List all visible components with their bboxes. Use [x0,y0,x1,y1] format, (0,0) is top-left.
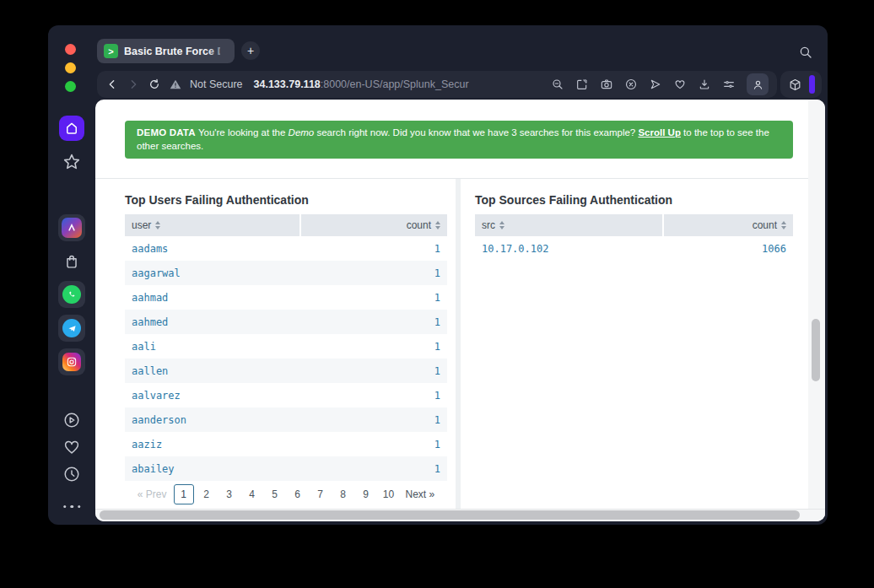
vertical-scrollbar-thumb[interactable] [812,319,820,381]
pagination-page-1[interactable]: 1 [174,484,194,504]
minimize-window-button[interactable] [65,62,76,73]
cell-count[interactable]: 1 [434,439,440,450]
sidebar-item-favorites-heart[interactable] [62,438,81,456]
search-icon [798,45,813,60]
pagination-page-3[interactable]: 3 [219,484,240,504]
column-label: count [407,219,431,231]
zoom-window-button[interactable] [65,81,76,92]
scroll-up-link[interactable]: Scroll Up [638,127,680,138]
sidebar-item-instagram[interactable] [58,348,85,375]
column-header-user[interactable]: user [125,214,299,236]
sidebar-item-store[interactable] [62,252,81,271]
cell-count[interactable]: 1066 [762,243,786,255]
cube-icon [788,78,802,92]
banner-text: search right now. Did you know that we h… [314,127,638,138]
download-button[interactable] [698,78,711,91]
sort-icon [435,221,440,229]
cell-user[interactable]: aadams [132,243,434,255]
close-window-button[interactable] [65,44,76,55]
sidebar-more-button[interactable] [61,496,83,511]
sidebar-item-arc-app[interactable] [58,214,85,241]
banner-italic-text: Demo [289,127,315,138]
pagination-page-2[interactable]: 2 [197,484,217,504]
edit-button[interactable] [575,78,589,91]
profile-button[interactable] [747,73,769,95]
cell-count[interactable]: 1 [434,267,440,279]
splunk-favicon-icon: > [104,44,118,58]
cell-user[interactable]: aanderson [132,414,434,426]
whatsapp-icon [58,281,85,308]
cell-user[interactable]: abailey [132,463,434,475]
pagination-prev[interactable]: « Prev [133,484,171,504]
boost-group[interactable] [780,71,822,98]
table-row: aahmad1 [125,285,447,310]
pagination-next[interactable]: Next » [402,484,440,504]
send-button[interactable] [649,78,662,91]
column-header-count[interactable]: count [664,214,793,236]
table-header: srccount [475,214,793,236]
sidebar-item-home[interactable] [59,116,84,141]
cell-user[interactable]: aali [132,341,434,353]
cell-count[interactable]: 1 [434,463,440,475]
sidebar-item-telegram[interactable] [58,315,85,342]
cell-count[interactable]: 1 [434,341,440,353]
search-button[interactable] [798,45,813,60]
table-body: 10.17.0.1021066 [475,236,793,261]
table-row: aadams1 [125,236,447,261]
cell-user[interactable]: aalvarez [132,390,434,402]
pagination-page-5[interactable]: 5 [265,484,285,504]
camera-button[interactable] [600,78,613,91]
tab-title-fade [208,39,228,63]
cell-count[interactable]: 1 [434,414,440,426]
cell-user[interactable]: aallen [132,365,434,377]
sidebar-item-history[interactable] [62,465,81,483]
heart-icon [62,438,81,456]
sidebar-item-whatsapp[interactable] [58,281,85,308]
tab-title: Basic Brute Force Detec [124,46,220,57]
ellipsis-icon [61,496,83,511]
cell-count[interactable]: 1 [434,390,440,402]
cell-count[interactable]: 1 [434,316,440,328]
cell-user[interactable]: aaziz [132,439,434,450]
pagination-page-10[interactable]: 10 [379,484,399,504]
not-secure-warning-icon [169,78,182,91]
column-header-count[interactable]: count [301,214,447,236]
not-secure-label: Not Secure [190,78,243,90]
find-in-page-button[interactable] [551,78,564,91]
column-header-src[interactable]: src [475,214,662,236]
table-body: aadams1aagarwal1aahmad1aahmed1aali1aalle… [125,236,447,481]
extensions-sliders-button[interactable] [722,78,736,91]
sort-icon [499,221,504,229]
favorite-button[interactable] [673,78,687,91]
cell-count[interactable]: 1 [434,365,440,377]
pagination-page-6[interactable]: 6 [288,484,308,504]
forward-button[interactable] [127,78,140,91]
telegram-icon [58,315,85,342]
shopping-bag-icon [62,252,81,271]
address-bar[interactable]: Not Secure 34.133.79.118:8000/en-US/app/… [97,71,777,98]
horizontal-scrollbar-thumb[interactable] [100,510,800,520]
cell-user[interactable]: aagarwal [132,267,434,279]
browser-tab[interactable]: > Basic Brute Force Detec [97,39,235,63]
back-button[interactable] [105,78,119,91]
reload-button[interactable] [148,78,161,91]
shield-block-button[interactable] [624,78,638,91]
sort-icon [155,221,160,229]
column-label: src [482,219,495,231]
sidebar-item-media[interactable] [62,411,81,429]
boost-pill-icon [809,75,815,94]
pagination-page-7[interactable]: 7 [310,484,331,504]
cell-count[interactable]: 1 [434,292,440,304]
new-tab-button[interactable]: + [241,41,260,60]
pagination-page-8[interactable]: 8 [333,484,353,504]
cell-user[interactable]: aahmad [132,292,434,304]
pagination-page-4[interactable]: 4 [242,484,262,504]
cell-count[interactable]: 1 [434,243,440,255]
pagination-page-9[interactable]: 9 [356,484,376,504]
vertical-scrollbar-track[interactable] [808,100,825,521]
cell-user[interactable]: aahmed [132,316,434,328]
sidebar-item-favorites[interactable] [62,152,82,172]
cell-src[interactable]: 10.17.0.102 [482,243,762,255]
table-row: abailey1 [125,456,447,481]
home-icon [59,116,84,141]
